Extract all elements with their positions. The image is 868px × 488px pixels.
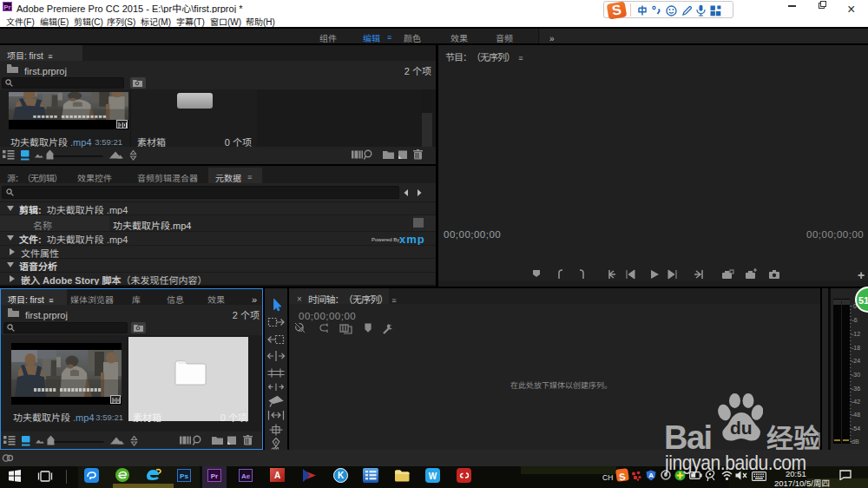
svg-text:-48: -48	[852, 412, 860, 418]
svg-text:-42: -42	[852, 399, 860, 405]
svg-text:-18: -18	[852, 345, 860, 351]
svg-text:-30: -30	[852, 372, 860, 378]
svg-text:-6: -6	[852, 317, 858, 323]
svg-text:-54: -54	[852, 425, 860, 432]
svg-text:-24: -24	[852, 358, 860, 364]
svg-text:-36: -36	[852, 386, 860, 392]
svg-text:A: A	[648, 470, 654, 479]
svg-text:dB: dB	[852, 439, 859, 445]
svg-text:-12: -12	[852, 331, 860, 337]
svg-text:du: du	[730, 418, 753, 438]
